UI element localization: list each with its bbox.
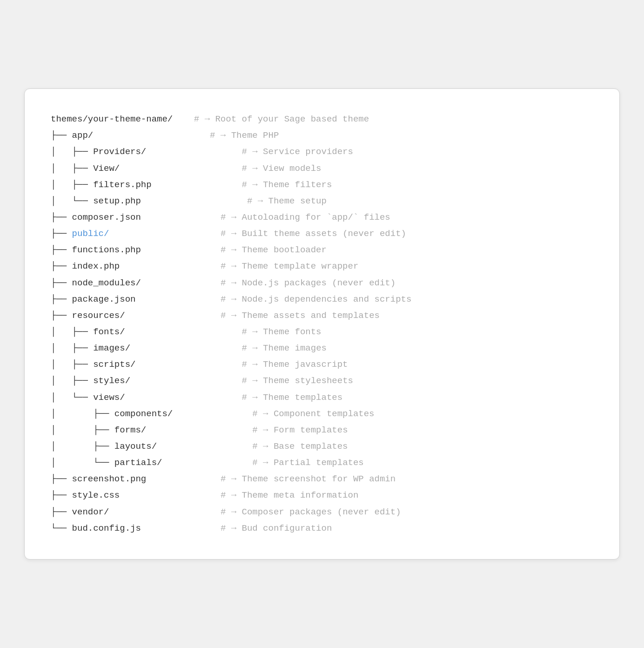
tree-name: resources/ <box>72 308 125 324</box>
tree-line: │ ├── images/ # → Theme images <box>51 340 593 357</box>
tree-name: node_modules/ <box>72 275 141 291</box>
tree-comment: # → Node.js dependencies and scripts <box>221 291 411 308</box>
tree-comment: # → Composer packages (never edit) <box>221 504 401 520</box>
tree-comment: # → Base templates <box>252 439 348 455</box>
tree-prefix: │ └── <box>51 390 93 406</box>
tree-name: components/ <box>114 406 173 422</box>
tree-comment: # → Theme meta information <box>221 487 358 504</box>
tree-prefix: │ ├── <box>51 177 93 193</box>
tree-name: scripts/ <box>93 357 135 373</box>
tree-line: ├── screenshot.png # → Theme screenshot … <box>51 471 593 487</box>
tree-prefix: │ ├── <box>51 324 93 340</box>
tree-prefix: └── <box>51 520 72 537</box>
tree-name: functions.php <box>72 242 141 258</box>
tree-prefix: ├── <box>51 504 72 520</box>
tree-prefix: │ ├── <box>51 340 93 357</box>
tree-name: filters.php <box>93 177 151 193</box>
tree-name: themes/your-theme-name/ <box>51 111 173 128</box>
tree-name: setup.php <box>93 193 141 209</box>
tree-spacer <box>93 128 210 144</box>
tree-name: bud.config.js <box>72 520 141 537</box>
tree-spacer <box>141 193 247 209</box>
tree-spacer <box>135 291 220 308</box>
tree-prefix: ├── <box>51 209 72 226</box>
tree-line: ├── package.json # → Node.js dependencie… <box>51 291 593 308</box>
tree-spacer <box>146 422 252 439</box>
tree-prefix: │ ├── <box>51 406 114 422</box>
tree-line: │ ├── components/ # → Component template… <box>51 406 593 422</box>
tree-line: ├── functions.php # → Theme bootloader <box>51 242 593 258</box>
tree-spacer <box>162 455 252 471</box>
tree-comment: # → Root of your Sage based theme <box>194 111 369 128</box>
file-tree-container: themes/your-theme-name/ # → Root of your… <box>24 88 620 560</box>
tree-line: │ ├── forms/ # → Form templates <box>51 422 593 439</box>
tree-line: │ ├── View/ # → View models <box>51 161 593 177</box>
tree-spacer <box>141 520 221 537</box>
tree-comment: # → Theme assets and templates <box>221 308 380 324</box>
tree-spacer <box>125 324 242 340</box>
tree-comment: # → Form templates <box>252 422 348 439</box>
tree-prefix: ├── <box>51 226 72 242</box>
tree-name: vendor/ <box>72 504 109 520</box>
tree-line: ├── app/ # → Theme PHP <box>51 128 593 144</box>
tree-comment: # → Theme bootloader <box>221 242 327 258</box>
tree-line: ├── resources/ # → Theme assets and temp… <box>51 308 593 324</box>
tree-line: themes/your-theme-name/ # → Root of your… <box>51 111 593 128</box>
tree-line: ├── index.php # → Theme template wrapper <box>51 258 593 275</box>
tree-prefix: ├── <box>51 291 72 308</box>
tree-line: │ ├── scripts/ # → Theme javascript <box>51 357 593 373</box>
tree-name: Providers/ <box>93 144 146 160</box>
tree-line: │ ├── layouts/ # → Base templates <box>51 439 593 455</box>
tree-comment: # → Built theme assets (never edit) <box>221 226 406 242</box>
tree-prefix: │ ├── <box>51 373 93 389</box>
tree-name: fonts/ <box>93 324 125 340</box>
tree-comment: # → Theme templates <box>242 390 342 406</box>
tree-spacer <box>130 340 242 357</box>
tree-prefix: │ └── <box>51 193 93 209</box>
tree-prefix: │ ├── <box>51 422 114 439</box>
tree-line: ├── node_modules/ # → Node.js packages (… <box>51 275 593 291</box>
tree-comment: # → Autoloading for `app/` files <box>221 209 390 226</box>
tree-spacer <box>109 226 220 242</box>
tree-prefix: ├── <box>51 258 72 275</box>
tree-spacer <box>173 111 194 128</box>
tree-comment: # → Theme filters <box>242 177 332 193</box>
tree-prefix: │ ├── <box>51 144 93 160</box>
tree-name: composer.json <box>72 209 141 226</box>
tree-spacer <box>146 471 221 487</box>
tree-name: forms/ <box>114 422 146 439</box>
tree-name[interactable]: public/ <box>72 226 109 242</box>
tree-comment: # → Partial templates <box>252 455 363 471</box>
tree-comment: # → Node.js packages (never edit) <box>221 275 396 291</box>
tree-line: │ ├── fonts/ # → Theme fonts <box>51 324 593 340</box>
tree-line: ├── public/ # → Built theme assets (neve… <box>51 226 593 242</box>
tree-name: app/ <box>72 128 94 144</box>
tree-spacer <box>152 177 242 193</box>
tree-spacer <box>125 308 221 324</box>
tree-line: └── bud.config.js # → Bud configuration <box>51 520 593 537</box>
tree-spacer <box>157 439 252 455</box>
tree-comment: # → Theme PHP <box>210 128 279 144</box>
tree-spacer <box>109 504 220 520</box>
tree-spacer <box>141 275 221 291</box>
tree-spacer <box>141 209 221 226</box>
tree-prefix: ├── <box>51 242 72 258</box>
tree-spacer <box>141 242 221 258</box>
tree-spacer <box>120 161 242 177</box>
tree-prefix: ├── <box>51 487 72 504</box>
tree-name: style.css <box>72 487 120 504</box>
tree-name: package.json <box>72 291 136 308</box>
tree-comment: # → Theme screenshot for WP admin <box>221 471 396 487</box>
tree-line: │ └── views/ # → Theme templates <box>51 390 593 406</box>
tree-root: themes/your-theme-name/ # → Root of your… <box>51 111 593 537</box>
tree-line: │ ├── Providers/ # → Service providers <box>51 144 593 160</box>
tree-name: View/ <box>93 161 120 177</box>
tree-line: │ └── partials/ # → Partial templates <box>51 455 593 471</box>
tree-prefix: ├── <box>51 128 72 144</box>
tree-comment: # → Component templates <box>252 406 374 422</box>
tree-comment: # → Theme images <box>242 340 327 357</box>
tree-name: index.php <box>72 258 120 275</box>
tree-line: ├── composer.json # → Autoloading for `a… <box>51 209 593 226</box>
tree-name: screenshot.png <box>72 471 147 487</box>
tree-name: layouts/ <box>114 439 157 455</box>
